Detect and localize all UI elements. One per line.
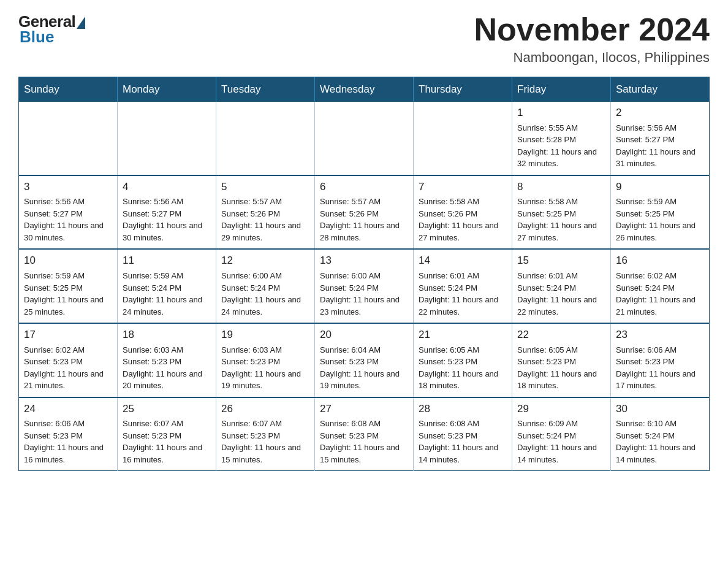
day-info: Sunrise: 6:07 AM Sunset: 5:23 PM Dayligh… [221,418,309,465]
day-info: Sunrise: 5:59 AM Sunset: 5:25 PM Dayligh… [24,270,112,318]
day-number: 3 [24,180,112,195]
day-info: Sunrise: 5:59 AM Sunset: 5:24 PM Dayligh… [123,270,211,318]
day-number: 1 [517,105,605,121]
logo: General Blue [18,12,85,47]
calendar-cell: 23Sunrise: 6:06 AM Sunset: 5:23 PM Dayli… [611,323,710,397]
week-row-4: 17Sunrise: 6:02 AM Sunset: 5:23 PM Dayli… [19,323,710,397]
calendar-cell: 24Sunrise: 6:06 AM Sunset: 5:23 PM Dayli… [19,397,118,471]
day-info: Sunrise: 6:02 AM Sunset: 5:24 PM Dayligh… [616,270,704,318]
calendar-cell: 5Sunrise: 5:57 AM Sunset: 5:26 PM Daylig… [216,175,315,250]
calendar-cell: 7Sunrise: 5:58 AM Sunset: 5:26 PM Daylig… [414,175,512,250]
day-number: 21 [419,327,507,343]
calendar-cell: 21Sunrise: 6:05 AM Sunset: 5:23 PM Dayli… [414,323,512,397]
calendar-table: SundayMondayTuesdayWednesdayThursdayFrid… [18,77,710,471]
calendar-cell: 30Sunrise: 6:10 AM Sunset: 5:24 PM Dayli… [611,397,710,471]
day-number: 17 [24,327,112,343]
day-number: 12 [221,253,309,269]
calendar-cell: 20Sunrise: 6:04 AM Sunset: 5:23 PM Dayli… [315,323,414,397]
day-number: 7 [419,180,507,195]
day-info: Sunrise: 6:04 AM Sunset: 5:23 PM Dayligh… [320,344,408,392]
calendar-cell: 11Sunrise: 5:59 AM Sunset: 5:24 PM Dayli… [118,249,216,323]
day-info: Sunrise: 5:57 AM Sunset: 5:26 PM Dayligh… [320,196,408,243]
day-number: 5 [221,180,309,195]
week-row-3: 10Sunrise: 5:59 AM Sunset: 5:25 PM Dayli… [19,249,710,323]
week-row-2: 3Sunrise: 5:56 AM Sunset: 5:27 PM Daylig… [19,175,710,250]
day-number: 27 [320,402,408,417]
day-number: 30 [616,402,704,417]
calendar-cell: 3Sunrise: 5:56 AM Sunset: 5:27 PM Daylig… [19,175,118,250]
day-info: Sunrise: 6:05 AM Sunset: 5:23 PM Dayligh… [517,344,605,392]
day-info: Sunrise: 6:00 AM Sunset: 5:24 PM Dayligh… [320,270,408,318]
day-info: Sunrise: 6:01 AM Sunset: 5:24 PM Dayligh… [419,270,507,318]
day-info: Sunrise: 5:59 AM Sunset: 5:25 PM Dayligh… [616,196,704,243]
day-number: 24 [24,402,112,417]
calendar-cell: 18Sunrise: 6:03 AM Sunset: 5:23 PM Dayli… [118,323,216,397]
calendar-cell: 22Sunrise: 6:05 AM Sunset: 5:23 PM Dayli… [512,323,611,397]
calendar-cell: 13Sunrise: 6:00 AM Sunset: 5:24 PM Dayli… [315,249,414,323]
day-number: 2 [616,105,704,121]
day-number: 20 [320,327,408,343]
calendar-cell: 10Sunrise: 5:59 AM Sunset: 5:25 PM Dayli… [19,249,118,323]
day-number: 15 [517,253,605,269]
day-number: 18 [123,327,211,343]
day-number: 13 [320,253,408,269]
header-day-tuesday: Tuesday [216,77,315,102]
header-day-sunday: Sunday [19,77,118,102]
day-info: Sunrise: 5:56 AM Sunset: 5:27 PM Dayligh… [123,196,211,243]
day-info: Sunrise: 6:00 AM Sunset: 5:24 PM Dayligh… [221,270,309,318]
header-day-saturday: Saturday [611,77,710,102]
day-number: 10 [24,253,112,269]
calendar-cell: 12Sunrise: 6:00 AM Sunset: 5:24 PM Dayli… [216,249,315,323]
calendar-cell [118,102,216,175]
calendar-cell: 29Sunrise: 6:09 AM Sunset: 5:24 PM Dayli… [512,397,611,471]
calendar-cell: 2Sunrise: 5:56 AM Sunset: 5:27 PM Daylig… [611,102,710,175]
day-number: 16 [616,253,704,269]
day-info: Sunrise: 5:58 AM Sunset: 5:26 PM Dayligh… [419,196,507,243]
day-info: Sunrise: 5:58 AM Sunset: 5:25 PM Dayligh… [517,196,605,243]
day-info: Sunrise: 6:10 AM Sunset: 5:24 PM Dayligh… [616,418,704,465]
header-area: General Blue November 2024 Namboongan, I… [18,12,710,66]
day-info: Sunrise: 5:56 AM Sunset: 5:27 PM Dayligh… [24,196,112,243]
week-row-5: 24Sunrise: 6:06 AM Sunset: 5:23 PM Dayli… [19,397,710,471]
calendar-cell: 27Sunrise: 6:08 AM Sunset: 5:23 PM Dayli… [315,397,414,471]
month-title: November 2024 [474,12,710,47]
header-day-monday: Monday [118,77,216,102]
calendar-cell [19,102,118,175]
calendar-header-row: SundayMondayTuesdayWednesdayThursdayFrid… [19,77,710,102]
day-number: 29 [517,402,605,417]
logo-blue-text: Blue [20,28,54,47]
day-number: 8 [517,180,605,195]
day-info: Sunrise: 5:57 AM Sunset: 5:26 PM Dayligh… [221,196,309,243]
calendar-cell: 16Sunrise: 6:02 AM Sunset: 5:24 PM Dayli… [611,249,710,323]
day-number: 25 [123,402,211,417]
calendar-cell: 14Sunrise: 6:01 AM Sunset: 5:24 PM Dayli… [414,249,512,323]
header-day-wednesday: Wednesday [315,77,414,102]
title-area: November 2024 Namboongan, Ilocos, Philip… [474,12,710,66]
calendar-cell: 19Sunrise: 6:03 AM Sunset: 5:23 PM Dayli… [216,323,315,397]
day-info: Sunrise: 6:06 AM Sunset: 5:23 PM Dayligh… [24,418,112,465]
day-number: 11 [123,253,211,269]
day-info: Sunrise: 6:01 AM Sunset: 5:24 PM Dayligh… [517,270,605,318]
day-number: 9 [616,180,704,195]
day-info: Sunrise: 5:55 AM Sunset: 5:28 PM Dayligh… [517,122,605,170]
day-info: Sunrise: 6:06 AM Sunset: 5:23 PM Dayligh… [616,344,704,392]
calendar-cell [315,102,414,175]
calendar-cell: 6Sunrise: 5:57 AM Sunset: 5:26 PM Daylig… [315,175,414,250]
calendar-cell: 28Sunrise: 6:08 AM Sunset: 5:23 PM Dayli… [414,397,512,471]
calendar-cell: 26Sunrise: 6:07 AM Sunset: 5:23 PM Dayli… [216,397,315,471]
week-row-1: 1Sunrise: 5:55 AM Sunset: 5:28 PM Daylig… [19,102,710,175]
header-day-thursday: Thursday [414,77,512,102]
header-day-friday: Friday [512,77,611,102]
day-info: Sunrise: 6:08 AM Sunset: 5:23 PM Dayligh… [419,418,507,465]
calendar-cell: 1Sunrise: 5:55 AM Sunset: 5:28 PM Daylig… [512,102,611,175]
day-number: 14 [419,253,507,269]
calendar-cell: 8Sunrise: 5:58 AM Sunset: 5:25 PM Daylig… [512,175,611,250]
calendar-cell [414,102,512,175]
calendar-cell: 9Sunrise: 5:59 AM Sunset: 5:25 PM Daylig… [611,175,710,250]
day-info: Sunrise: 6:02 AM Sunset: 5:23 PM Dayligh… [24,344,112,392]
day-info: Sunrise: 6:03 AM Sunset: 5:23 PM Dayligh… [123,344,211,392]
day-number: 28 [419,402,507,417]
day-number: 19 [221,327,309,343]
day-info: Sunrise: 6:07 AM Sunset: 5:23 PM Dayligh… [123,418,211,465]
calendar-cell: 4Sunrise: 5:56 AM Sunset: 5:27 PM Daylig… [118,175,216,250]
